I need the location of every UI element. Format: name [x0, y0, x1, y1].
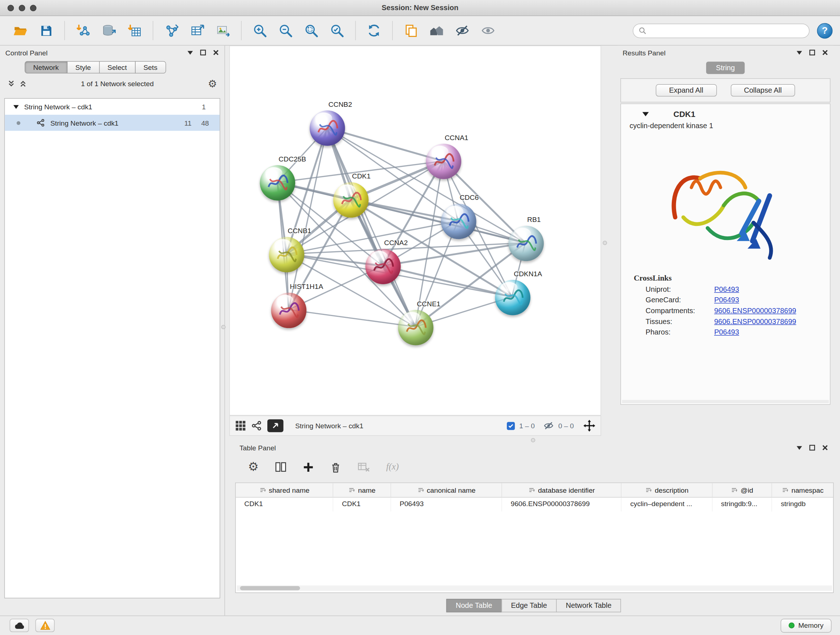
- node-CCNE1[interactable]: [398, 310, 433, 345]
- node-RB1[interactable]: [508, 226, 544, 261]
- tab-string[interactable]: String: [706, 62, 745, 74]
- collapse-all-networks-icon[interactable]: [8, 80, 15, 88]
- panel-float-button[interactable]: [200, 49, 206, 56]
- cloud-services-button[interactable]: [10, 619, 29, 632]
- tab-node-table[interactable]: Node Table: [446, 599, 502, 612]
- tab-network[interactable]: Network: [25, 61, 67, 73]
- selected-nodes-checkbox[interactable]: [507, 422, 515, 430]
- tab-edge-table[interactable]: Edge Table: [501, 599, 557, 612]
- table-hscrollbar-track[interactable]: [237, 585, 832, 591]
- column-header-namespace[interactable]: namespac: [772, 483, 833, 497]
- function-builder-button[interactable]: f(x): [386, 462, 399, 472]
- import-table-button[interactable]: [124, 20, 145, 41]
- control-panel-splitter-handle[interactable]: [221, 325, 226, 329]
- tab-sets[interactable]: Sets: [135, 61, 166, 73]
- zoom-in-button[interactable]: [249, 20, 271, 41]
- network-collection-row[interactable]: String Network – cdk1 1: [5, 99, 219, 115]
- node-CCNB2[interactable]: [309, 111, 345, 146]
- pan-move-icon[interactable]: [584, 420, 595, 432]
- table-options-gear[interactable]: ⚙: [248, 461, 259, 473]
- table-hscrollbar-thumb[interactable]: [240, 586, 300, 591]
- node-gloss: [315, 112, 332, 124]
- column-header-canonical-name[interactable]: canonical name: [391, 483, 502, 497]
- node-CCNA2[interactable]: [365, 249, 401, 284]
- tab-select[interactable]: Select: [99, 61, 135, 73]
- network-from-table-button[interactable]: [186, 20, 208, 41]
- crosslink-pharos-link[interactable]: P06493: [714, 328, 739, 336]
- zoom-out-button[interactable]: [275, 20, 296, 41]
- home-layouts-button[interactable]: [426, 20, 447, 41]
- birdseye-view-button[interactable]: [267, 419, 283, 432]
- show-graphics-details-button[interactable]: [477, 20, 499, 41]
- cell-database-identifier: 9606.ENSP00000378699: [502, 497, 622, 511]
- expand-all-button[interactable]: Expand All: [655, 84, 717, 97]
- delete-column-button[interactable]: [330, 461, 341, 472]
- horizontal-splitter-handle[interactable]: [531, 438, 535, 442]
- collapse-section-icon[interactable]: [643, 111, 649, 117]
- crosslink-uniprot-link[interactable]: P06493: [714, 285, 739, 293]
- column-header-description[interactable]: description: [622, 483, 713, 497]
- panel-close-button[interactable]: [822, 445, 829, 451]
- edge-HIST1H1A-CCNE1[interactable]: [289, 310, 415, 326]
- network-canvas[interactable]: CCNB2CCNA1CDC25BCDK1CDC6RB1CCNB1CCNA2CDK…: [229, 46, 601, 416]
- show-columns-button[interactable]: [275, 461, 286, 473]
- crosslink-tissues-link[interactable]: 9606.ENSP00000378699: [714, 318, 796, 325]
- table-row[interactable]: CDK1 CDK1 P06493 9606.ENSP00000378699 cy…: [236, 497, 833, 511]
- node-CDC6[interactable]: [441, 204, 477, 239]
- help-button[interactable]: ?: [817, 23, 832, 38]
- node-gloss: [446, 206, 463, 217]
- panel-collapse-button[interactable]: [796, 49, 803, 56]
- node-HIST1H1A[interactable]: [271, 293, 306, 328]
- network-view-mode-button[interactable]: [251, 420, 262, 431]
- warnings-button[interactable]: [35, 619, 55, 632]
- node-CDK1[interactable]: [333, 182, 369, 218]
- node-CDKN1A[interactable]: [495, 280, 531, 315]
- copy-document-button[interactable]: [400, 20, 422, 41]
- vertical-splitter-handle[interactable]: [603, 241, 607, 245]
- delete-table-button-disabled[interactable]: [357, 461, 370, 473]
- panel-collapse-button[interactable]: [187, 49, 194, 56]
- panel-float-button[interactable]: [809, 445, 815, 451]
- memory-button[interactable]: Memory: [781, 618, 832, 632]
- column-header-shared-name[interactable]: shared name: [236, 483, 333, 497]
- export-image-button[interactable]: [212, 20, 233, 41]
- search-input[interactable]: [650, 26, 804, 35]
- table-tabs: Node Table Edge Table Network Table: [234, 599, 834, 612]
- crosslink-compartments-link[interactable]: 9606.ENSP00000378699: [714, 307, 796, 315]
- tab-style[interactable]: Style: [67, 61, 99, 73]
- refresh-view-button[interactable]: [363, 20, 385, 41]
- zoom-selected-button[interactable]: [326, 20, 347, 41]
- hide-graphics-details-button[interactable]: [452, 20, 473, 41]
- tab-network-table[interactable]: Network Table: [556, 599, 621, 612]
- column-header-id[interactable]: @id: [712, 483, 772, 497]
- node-CCNB1[interactable]: [269, 237, 304, 272]
- network-options-gear[interactable]: ⚙: [208, 79, 217, 89]
- hidden-eye-slash-icon[interactable]: [543, 420, 554, 431]
- edge-CCNB2-CCNA1[interactable]: [327, 128, 443, 161]
- edge-CCNB2-CCNE1[interactable]: [327, 128, 415, 326]
- column-header-database-identifier[interactable]: database identifier: [502, 483, 622, 497]
- panel-collapse-button[interactable]: [796, 445, 803, 451]
- results-panel-title: Results Panel: [622, 49, 666, 57]
- panel-close-button[interactable]: [822, 49, 829, 56]
- results-scrollbar-track[interactable]: [622, 400, 829, 403]
- import-network-database-button[interactable]: [98, 20, 119, 41]
- save-session-button[interactable]: [35, 20, 57, 41]
- open-session-button[interactable]: [10, 20, 31, 41]
- zoom-fit-button[interactable]: [301, 20, 322, 41]
- collapse-all-button[interactable]: Collapse All: [731, 84, 796, 97]
- collection-expand-icon[interactable]: [13, 104, 19, 109]
- network-row-selected[interactable]: String Network – cdk1 11 48: [5, 115, 219, 131]
- crosslink-genecard-link[interactable]: P06493: [714, 296, 739, 304]
- node-CDC25B[interactable]: [260, 165, 295, 201]
- import-network-file-button[interactable]: [73, 20, 94, 41]
- memory-label: Memory: [798, 621, 824, 629]
- panel-float-button[interactable]: [809, 49, 815, 56]
- create-column-button[interactable]: [302, 461, 314, 472]
- grid-view-button[interactable]: [235, 420, 246, 431]
- new-network-button[interactable]: [161, 20, 182, 41]
- panel-close-button[interactable]: [213, 49, 219, 56]
- column-header-name[interactable]: name: [333, 483, 391, 497]
- node-CCNA1[interactable]: [426, 144, 461, 179]
- expand-all-networks-icon[interactable]: [19, 80, 27, 88]
